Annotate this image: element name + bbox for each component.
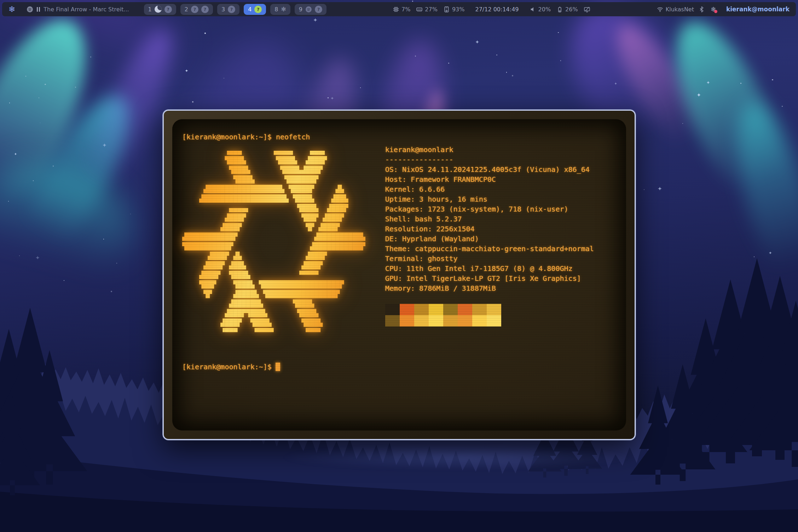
speaker-icon: [530, 6, 536, 13]
terminal-cursor: [276, 363, 280, 371]
neofetch-theme: Theme: catppuccin-macchiato-green-standa…: [385, 244, 594, 254]
neofetch-os: OS: NixOS 24.11.20241225.4005c3f (Vicuna…: [385, 164, 594, 174]
palette-row-1: [385, 304, 594, 315]
question-app-icon: ?: [191, 6, 198, 13]
workspace-number: 2: [185, 6, 188, 13]
neofetch-host: Host: Framework FRANBMCP0C: [385, 174, 594, 184]
palette-swatch: [400, 315, 414, 326]
question-app-icon: ?: [201, 6, 209, 13]
bluetooth-icon[interactable]: [699, 6, 704, 13]
volume-module[interactable]: 20%: [530, 6, 551, 13]
moon-icon: [155, 6, 162, 13]
cpu-usage: 7%: [401, 6, 410, 13]
workspace-8[interactable]: 8 ✻: [270, 4, 290, 15]
palette-swatch: [458, 304, 472, 315]
neofetch-terminal: Terminal: ghostty: [385, 254, 594, 264]
spotify-app-icon: [305, 6, 312, 13]
lake-glow: [279, 445, 633, 470]
workspace-number: 1: [148, 6, 152, 13]
memory-module[interactable]: 27%: [416, 6, 438, 13]
question-app-icon: ?: [254, 6, 262, 13]
workspace-4-active[interactable]: 4 ?: [244, 4, 266, 15]
neofetch-gpu: GPU: Intel TigerLake-LP GT2 [Iris Xe Gra…: [385, 273, 594, 283]
shell-prompt: [kierank@moonlark:~]$: [182, 133, 272, 141]
spotify-icon: [27, 6, 33, 13]
memory-icon: [416, 6, 423, 13]
neofetch-memory: Memory: 8786MiB / 31887MiB: [385, 283, 594, 293]
battery-module[interactable]: 26%: [556, 6, 578, 13]
pinwheel-app-icon: ✻: [281, 6, 286, 13]
neofetch-uptime: Uptime: 3 hours, 16 mins: [385, 194, 594, 204]
workspace-number: 4: [248, 6, 251, 13]
battery-icon: [556, 6, 563, 13]
network-module[interactable]: KlukasNet: [657, 6, 694, 13]
palette-swatch: [472, 304, 487, 315]
neofetch-cpu: CPU: 11th Gen Intel i7-1185G7 (8) @ 4.80…: [385, 264, 594, 273]
palette-swatch: [487, 304, 501, 315]
terminal-screen[interactable]: [kierank@moonlark:~]$ neofetch ▗▄▄▄ ▗▄▄▄…: [172, 119, 626, 430]
idle-inhibitor-module[interactable]: [584, 6, 590, 13]
disk-icon: [443, 6, 450, 13]
wifi-icon: [657, 6, 664, 13]
disk-usage: 93%: [452, 6, 465, 13]
palette-swatch: [443, 304, 458, 315]
neofetch-de: DE: Hyprland (Wayland): [385, 234, 594, 244]
workspace-3[interactable]: 3 ?: [217, 4, 239, 15]
palette-swatch: [429, 304, 443, 315]
palette-swatch: [429, 315, 443, 326]
battery-level: 26%: [565, 6, 578, 13]
cpu-icon: [393, 6, 399, 13]
neofetch-shell: Shell: bash 5.2.37: [385, 214, 594, 224]
palette-swatch: [487, 315, 501, 326]
clock-text: 27/12 00:14:49: [475, 6, 519, 13]
question-app-icon: ?: [164, 6, 172, 13]
terminal-color-palette: [385, 304, 594, 326]
question-app-icon: ?: [315, 6, 322, 13]
neofetch-separator: ----------------: [385, 155, 594, 164]
palette-swatch: [472, 315, 487, 326]
palette-swatch: [458, 315, 472, 326]
palette-swatch: [414, 304, 429, 315]
user-identity: kierank@moonlark: [726, 6, 790, 13]
palette-row-2: [385, 315, 594, 326]
media-title: The Final Arrow - Marc Streit...: [44, 6, 129, 13]
bar-right: KlukasNet ❄ kierank@moonlark: [657, 6, 790, 13]
palette-swatch: [400, 304, 414, 315]
desktop: ✦✦✦✦✦✦✦✦✦✦✦✦✦✦✦✦✦✦ [kierank@moonlark:~]$…: [0, 0, 798, 532]
palette-swatch: [385, 315, 400, 326]
bar-left: ❄ The Final Arrow - Marc Streit... 1 ? 2…: [8, 4, 326, 15]
bar-center: 7% 27% 93% 27/12 00:14:49 20% 26%: [393, 6, 590, 13]
neofetch-packages: Packages: 1723 (nix-system), 718 (nix-us…: [385, 204, 594, 214]
clock-module[interactable]: 27/12 00:14:49: [475, 6, 519, 13]
workspaces: 1 ? 2 ? ? 3 ? 4 ? 8: [144, 4, 326, 15]
cpu-module[interactable]: 7%: [393, 6, 410, 13]
nix-tray-icon[interactable]: ❄: [711, 6, 716, 13]
neofetch-title: kierank@moonlark: [385, 145, 594, 155]
palette-swatch: [385, 304, 400, 315]
workspace-2[interactable]: 2 ? ?: [180, 4, 213, 15]
workspace-number: 9: [299, 6, 302, 13]
monitor-off-icon: [584, 6, 590, 13]
terminal-window[interactable]: [kierank@moonlark:~]$ neofetch ▗▄▄▄ ▗▄▄▄…: [163, 110, 636, 440]
disk-module[interactable]: 93%: [443, 6, 465, 13]
neofetch-output: ▗▄▄▄ ▗▄▄▄▄ ▄▄▄▖ ▜███▙ ▜███▙ ▟███▛ ▜███▙ …: [182, 145, 619, 337]
palette-swatch: [443, 315, 458, 326]
shell-command: neofetch: [272, 133, 310, 141]
shell-prompt-line-2: [kierank@moonlark:~]$: [182, 363, 619, 371]
nixos-menu-icon[interactable]: ❄: [8, 5, 15, 13]
memory-usage: 27%: [425, 6, 438, 13]
pause-icon: [37, 7, 40, 12]
media-player-module[interactable]: The Final Arrow - Marc Streit...: [27, 6, 129, 13]
network-name: KlukasNet: [666, 6, 694, 13]
shell-prompt: [kierank@moonlark:~]$: [182, 363, 272, 371]
workspace-1[interactable]: 1 ?: [144, 4, 176, 15]
nixos-ascii-logo: ▗▄▄▄ ▗▄▄▄▄ ▄▄▄▖ ▜███▙ ▜███▙ ▟███▛ ▜███▙ …: [182, 146, 365, 337]
volume-level: 20%: [538, 6, 551, 13]
workspace-number: 8: [274, 6, 278, 13]
workspace-number: 3: [221, 6, 225, 13]
status-bar: ❄ The Final Arrow - Marc Streit... 1 ? 2…: [2, 2, 796, 16]
shell-prompt-line: [kierank@moonlark:~]$ neofetch: [182, 132, 619, 142]
question-app-icon: ?: [228, 6, 235, 13]
neofetch-kernel: Kernel: 6.6.66: [385, 184, 594, 194]
workspace-9[interactable]: 9 ?: [295, 4, 326, 15]
